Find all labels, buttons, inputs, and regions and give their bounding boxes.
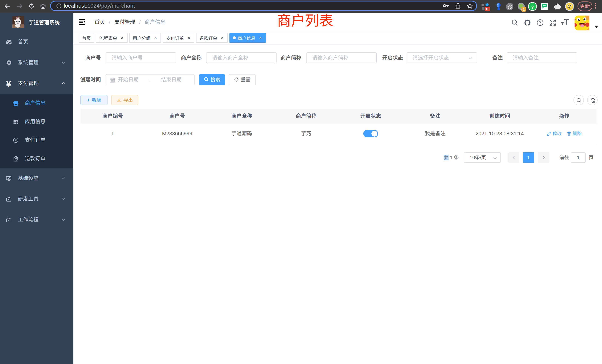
svg-text:10: 10 xyxy=(485,7,489,11)
svg-text:1: 1 xyxy=(523,7,525,11)
svg-text:¥: ¥ xyxy=(15,139,17,142)
svg-text:y: y xyxy=(531,4,534,9)
